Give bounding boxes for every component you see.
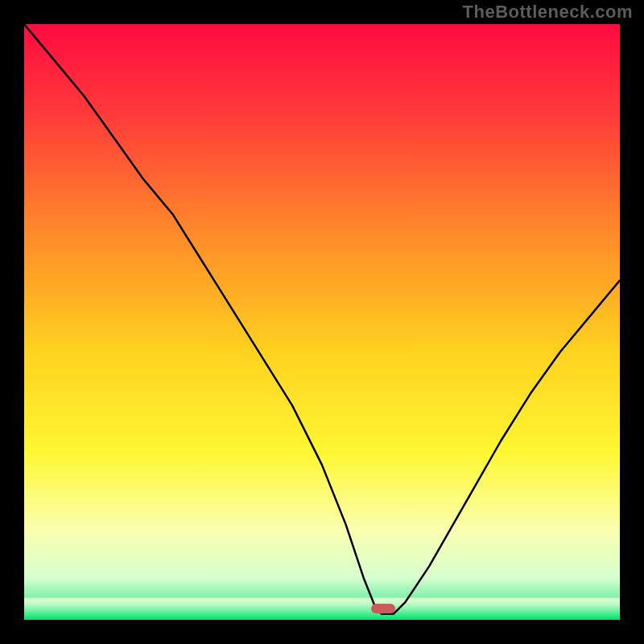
bottom-green-band bbox=[24, 598, 620, 620]
optimum-marker bbox=[371, 604, 395, 613]
plot-area bbox=[24, 24, 620, 620]
plot-svg bbox=[24, 24, 620, 620]
watermark-text: TheBottleneck.com bbox=[463, 2, 633, 23]
chart-frame: TheBottleneck.com bbox=[0, 0, 644, 644]
gradient-background bbox=[24, 24, 620, 620]
